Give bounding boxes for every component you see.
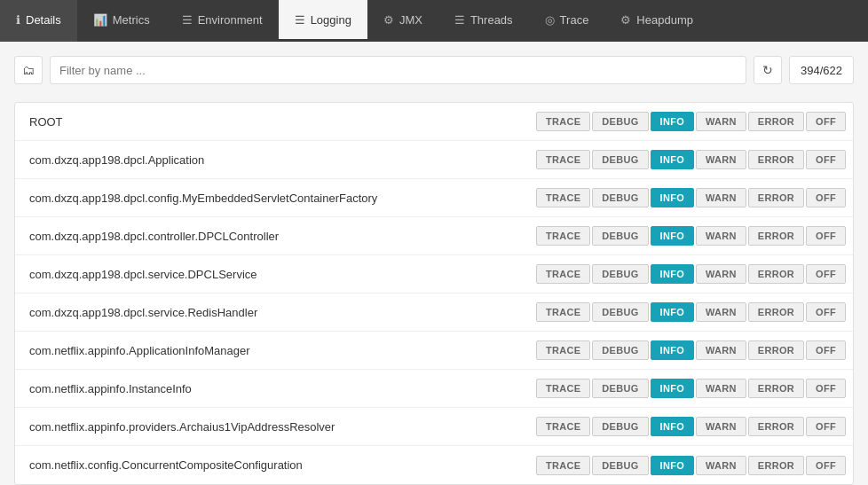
level-btn-error[interactable]: ERROR — [748, 456, 804, 475]
table-row: com.dxzq.app198.dpcl.config.MyEmbeddedSe… — [15, 179, 853, 217]
logger-table: ROOTTRACEDEBUGINFOWARNERROROFFcom.dxzq.a… — [14, 102, 854, 485]
table-row: com.dxzq.app198.dpcl.controller.DPCLCont… — [15, 217, 853, 255]
table-row: ROOTTRACEDEBUGINFOWARNERROROFF — [15, 103, 853, 141]
level-btn-debug[interactable]: DEBUG — [592, 112, 648, 131]
logger-name: com.netflix.appinfo.ApplicationInfoManag… — [15, 344, 536, 357]
level-btn-warn[interactable]: WARN — [696, 150, 746, 169]
logger-levels: TRACEDEBUGINFOWARNERROROFF — [536, 456, 853, 475]
level-btn-info[interactable]: INFO — [651, 226, 694, 246]
nav-label-heapdump: Heapdump — [636, 13, 693, 27]
logger-name: com.netflix.appinfo.providers.Archaius1V… — [15, 420, 536, 434]
level-btn-error[interactable]: ERROR — [748, 188, 804, 207]
level-btn-trace[interactable]: TRACE — [536, 226, 590, 246]
content-area: 🗂 ↻ 394/622 ROOTTRACEDEBUGINFOWARNERRORO… — [0, 42, 868, 485]
folder-button[interactable]: 🗂 — [14, 56, 43, 84]
level-btn-error[interactable]: ERROR — [748, 150, 804, 169]
level-btn-off[interactable]: OFF — [806, 226, 846, 246]
level-btn-warn[interactable]: WARN — [696, 417, 746, 436]
nav-item-heapdump[interactable]: ⚙ Heapdump — [604, 0, 709, 42]
level-btn-info[interactable]: INFO — [651, 302, 694, 322]
nav-label-trace: Trace — [560, 13, 589, 27]
search-input[interactable] — [50, 56, 746, 84]
nav-item-metrics[interactable]: 📊 Metrics — [77, 0, 166, 42]
level-btn-warn[interactable]: WARN — [696, 226, 746, 246]
nav-label-threads: Threads — [470, 13, 513, 27]
nav-item-trace[interactable]: ◎ Trace — [529, 0, 605, 42]
level-btn-off[interactable]: OFF — [806, 456, 846, 475]
level-btn-off[interactable]: OFF — [806, 188, 846, 207]
level-btn-warn[interactable]: WARN — [696, 264, 746, 284]
logger-count: 394/622 — [789, 56, 854, 84]
nav-label-jmx: JMX — [399, 13, 422, 27]
level-btn-trace[interactable]: TRACE — [536, 112, 590, 131]
jmx-icon: ⚙ — [383, 13, 394, 27]
level-btn-error[interactable]: ERROR — [748, 302, 804, 322]
nav-item-details[interactable]: ℹ Details — [0, 0, 77, 42]
level-btn-error[interactable]: ERROR — [748, 379, 804, 398]
logger-levels: TRACEDEBUGINFOWARNERROROFF — [536, 417, 853, 436]
level-btn-debug[interactable]: DEBUG — [592, 188, 648, 207]
nav-item-logging[interactable]: ☰ Logging — [279, 0, 367, 42]
logger-name: com.dxzq.app198.dpcl.controller.DPCLCont… — [15, 230, 536, 243]
level-btn-off[interactable]: OFF — [806, 340, 846, 360]
nav-item-threads[interactable]: ☰ Threads — [438, 0, 529, 42]
level-btn-error[interactable]: ERROR — [748, 226, 804, 246]
level-btn-debug[interactable]: DEBUG — [592, 302, 648, 322]
level-btn-info[interactable]: INFO — [651, 264, 694, 284]
level-btn-info[interactable]: INFO — [651, 456, 694, 475]
level-btn-warn[interactable]: WARN — [696, 302, 746, 322]
level-btn-debug[interactable]: DEBUG — [592, 417, 648, 436]
metrics-icon: 📊 — [93, 13, 107, 27]
level-btn-off[interactable]: OFF — [806, 112, 846, 131]
level-btn-debug[interactable]: DEBUG — [592, 379, 648, 398]
level-btn-off[interactable]: OFF — [806, 379, 846, 398]
logger-name: com.netflix.config.ConcurrentCompositeCo… — [15, 458, 536, 472]
level-btn-trace[interactable]: TRACE — [536, 264, 590, 284]
level-btn-warn[interactable]: WARN — [696, 188, 746, 207]
level-btn-error[interactable]: ERROR — [748, 417, 804, 436]
level-btn-off[interactable]: OFF — [806, 150, 846, 169]
level-btn-off[interactable]: OFF — [806, 264, 846, 284]
level-btn-off[interactable]: OFF — [806, 302, 846, 322]
nav-item-jmx[interactable]: ⚙ JMX — [367, 0, 438, 42]
level-btn-warn[interactable]: WARN — [696, 379, 746, 398]
table-row: com.dxzq.app198.dpcl.service.RedisHandle… — [15, 293, 853, 332]
nav-label-environment: Environment — [198, 13, 263, 27]
level-btn-info[interactable]: INFO — [651, 340, 694, 360]
level-btn-trace[interactable]: TRACE — [536, 340, 590, 360]
details-icon: ℹ — [16, 13, 20, 27]
level-btn-debug[interactable]: DEBUG — [592, 340, 648, 360]
trace-icon: ◎ — [545, 13, 555, 27]
level-btn-debug[interactable]: DEBUG — [592, 456, 648, 475]
level-btn-trace[interactable]: TRACE — [536, 150, 590, 169]
level-btn-error[interactable]: ERROR — [748, 112, 804, 131]
level-btn-trace[interactable]: TRACE — [536, 417, 590, 436]
level-btn-off[interactable]: OFF — [806, 417, 846, 436]
level-btn-error[interactable]: ERROR — [748, 264, 804, 284]
level-btn-info[interactable]: INFO — [651, 150, 694, 169]
level-btn-info[interactable]: INFO — [651, 188, 694, 207]
level-btn-warn[interactable]: WARN — [696, 112, 746, 131]
level-btn-trace[interactable]: TRACE — [536, 379, 590, 398]
level-btn-debug[interactable]: DEBUG — [592, 150, 648, 169]
level-btn-info[interactable]: INFO — [651, 112, 694, 131]
refresh-button[interactable]: ↻ — [754, 56, 782, 84]
level-btn-trace[interactable]: TRACE — [536, 188, 590, 207]
table-row: com.netflix.config.ConcurrentCompositeCo… — [15, 446, 853, 484]
logger-name: com.dxzq.app198.dpcl.service.RedisHandle… — [15, 306, 536, 319]
level-btn-debug[interactable]: DEBUG — [592, 264, 648, 284]
level-btn-warn[interactable]: WARN — [696, 456, 746, 475]
logger-name: com.dxzq.app198.dpcl.Application — [15, 153, 536, 167]
logger-levels: TRACEDEBUGINFOWARNERROROFF — [536, 340, 853, 360]
level-btn-warn[interactable]: WARN — [696, 340, 746, 360]
table-row: com.netflix.appinfo.ApplicationInfoManag… — [15, 332, 853, 370]
level-btn-info[interactable]: INFO — [651, 379, 694, 398]
level-btn-debug[interactable]: DEBUG — [592, 226, 648, 246]
level-btn-trace[interactable]: TRACE — [536, 302, 590, 322]
environment-icon: ☰ — [182, 13, 193, 27]
level-btn-info[interactable]: INFO — [651, 417, 694, 436]
nav-item-environment[interactable]: ☰ Environment — [166, 0, 279, 42]
level-btn-trace[interactable]: TRACE — [536, 456, 590, 475]
nav-label-metrics: Metrics — [113, 13, 150, 27]
level-btn-error[interactable]: ERROR — [748, 340, 804, 360]
